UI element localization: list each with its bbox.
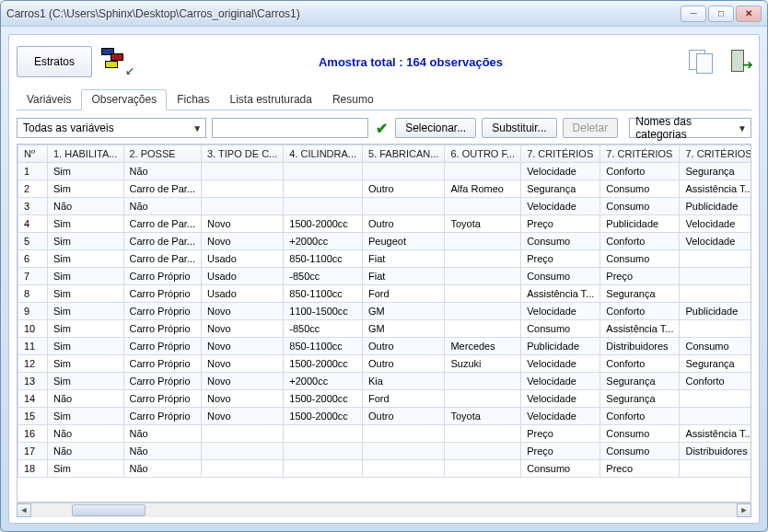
data-cell[interactable]: Kia <box>363 373 445 390</box>
table-row[interactable]: 8SimCarro PróprioUsado850-1100ccFordAssi… <box>18 285 752 303</box>
data-cell[interactable] <box>363 163 445 180</box>
data-cell[interactable]: Consumo <box>521 233 600 250</box>
data-cell[interactable]: Conforto <box>600 355 680 373</box>
data-cell[interactable]: Não <box>48 425 124 443</box>
data-cell[interactable]: Novo <box>202 320 284 338</box>
data-cell[interactable]: Sim <box>48 180 124 198</box>
data-cell[interactable]: Preço <box>600 268 680 285</box>
data-cell[interactable]: 1500-2000cc <box>284 215 363 233</box>
data-cell[interactable]: 1500-2000cc <box>284 408 363 425</box>
data-cell[interactable] <box>284 425 363 443</box>
table-row[interactable]: 14NãoCarro PróprioNovo1500-2000ccFordVel… <box>18 390 752 408</box>
data-cell[interactable]: Assistência T... <box>680 425 751 443</box>
data-cell[interactable] <box>202 198 284 215</box>
data-cell[interactable]: Conforto <box>600 408 680 425</box>
table-row[interactable]: 3NãoNãoVelocidadeConsumoPublicidadeBe <box>18 198 752 215</box>
estratos-button[interactable]: Estratos <box>17 46 92 77</box>
column-header[interactable]: 2. POSSE <box>123 145 202 163</box>
data-cell[interactable]: Carro Próprio <box>123 373 202 390</box>
data-cell[interactable]: Não <box>123 425 202 443</box>
data-cell[interactable]: Conforto <box>600 303 680 320</box>
data-cell[interactable]: Sim <box>48 285 124 303</box>
data-cell[interactable] <box>680 285 751 303</box>
data-cell[interactable]: Publicidade <box>521 338 600 355</box>
data-cell[interactable]: Assistência T... <box>600 320 680 338</box>
data-cell[interactable]: Novo <box>202 338 284 355</box>
column-header[interactable]: 5. FABRICAN... <box>363 145 445 163</box>
data-grid[interactable]: Nº1. HABILITA...2. POSSE3. TIPO DE C...4… <box>17 144 751 503</box>
data-cell[interactable]: Consumo <box>600 425 680 443</box>
data-cell[interactable]: Outro <box>363 180 445 198</box>
data-cell[interactable]: Não <box>123 198 202 215</box>
data-cell[interactable]: Sim <box>48 355 124 373</box>
data-cell[interactable]: Alfa Romeo <box>445 180 521 198</box>
data-cell[interactable]: Carro de Par... <box>123 233 202 250</box>
table-row[interactable]: 7SimCarro PróprioUsado-850ccFiatConsumoP… <box>18 268 752 285</box>
data-cell[interactable]: Velocidade <box>521 408 600 425</box>
data-cell[interactable]: Carro Próprio <box>123 338 202 355</box>
data-cell[interactable]: Novo <box>202 408 284 425</box>
data-cell[interactable]: Carro de Par... <box>123 215 202 233</box>
data-cell[interactable] <box>202 425 284 443</box>
exit-icon[interactable]: ➔ <box>727 48 751 75</box>
data-cell[interactable]: 850-1100cc <box>284 250 363 268</box>
table-row[interactable]: 12SimCarro PróprioNovo1500-2000ccOutroSu… <box>18 355 752 373</box>
data-cell[interactable]: Segurança <box>521 180 600 198</box>
data-cell[interactable]: Distribuidores <box>600 338 680 355</box>
data-cell[interactable]: Velocidade <box>521 163 600 180</box>
data-cell[interactable]: Sim <box>48 163 124 180</box>
data-cell[interactable] <box>202 443 284 460</box>
data-cell[interactable]: Outro <box>363 338 445 355</box>
data-cell[interactable]: Outro <box>363 215 445 233</box>
tab-lista-estruturada[interactable]: Lista estruturada <box>220 89 322 110</box>
data-cell[interactable]: Toyota <box>445 215 521 233</box>
data-cell[interactable] <box>445 425 521 443</box>
replace-button[interactable]: Substituir... <box>482 118 556 138</box>
data-cell[interactable]: Sim <box>48 233 124 250</box>
data-cell[interactable]: Velocidade <box>521 198 600 215</box>
data-cell[interactable] <box>445 198 521 215</box>
data-cell[interactable] <box>445 233 521 250</box>
data-cell[interactable]: Consumo <box>521 460 600 478</box>
maximize-button[interactable]: □ <box>708 6 734 22</box>
column-header[interactable]: Nº <box>18 145 48 163</box>
data-cell[interactable]: Sim <box>48 338 124 355</box>
table-row[interactable]: 10SimCarro PróprioNovo-850ccGMConsumoAss… <box>18 320 752 338</box>
tab-resumo[interactable]: Resumo <box>322 89 384 110</box>
data-cell[interactable]: Carro de Par... <box>123 250 202 268</box>
data-cell[interactable] <box>680 250 751 268</box>
apply-search-icon[interactable]: ✔ <box>374 120 390 137</box>
data-cell[interactable]: Conforto <box>600 233 680 250</box>
data-cell[interactable]: Peugeot <box>363 233 445 250</box>
data-cell[interactable]: Preço <box>521 250 600 268</box>
data-cell[interactable]: Toyota <box>445 408 521 425</box>
table-row[interactable]: 1SimNãoVelocidadeConfortoSegurançaPo <box>18 163 752 180</box>
column-header[interactable]: 3. TIPO DE C... <box>202 145 284 163</box>
data-cell[interactable]: Segurança <box>680 355 751 373</box>
data-cell[interactable]: -850cc <box>284 320 363 338</box>
table-row[interactable]: 6SimCarro de Par...Usado850-1100ccFiatPr… <box>18 250 752 268</box>
data-cell[interactable]: Carro Próprio <box>123 285 202 303</box>
data-cell[interactable] <box>445 320 521 338</box>
data-cell[interactable]: Carro Próprio <box>123 408 202 425</box>
data-cell[interactable]: Outro <box>363 355 445 373</box>
data-cell[interactable]: Sim <box>48 250 124 268</box>
data-cell[interactable]: -850cc <box>284 268 363 285</box>
data-cell[interactable]: 1500-2000cc <box>284 355 363 373</box>
search-input[interactable] <box>212 118 368 138</box>
data-cell[interactable]: Velocidade <box>521 303 600 320</box>
data-cell[interactable]: Segurança <box>600 373 680 390</box>
data-cell[interactable]: Usado <box>202 285 284 303</box>
data-cell[interactable]: GM <box>363 303 445 320</box>
table-row[interactable]: 13SimCarro PróprioNovo+2000ccKiaVelocida… <box>18 373 752 390</box>
data-cell[interactable]: Sim <box>48 320 124 338</box>
data-cell[interactable]: Consumo <box>600 180 680 198</box>
data-cell[interactable]: Preco <box>600 460 680 478</box>
data-cell[interactable] <box>445 268 521 285</box>
data-cell[interactable] <box>284 198 363 215</box>
data-cell[interactable] <box>445 250 521 268</box>
data-cell[interactable] <box>680 320 751 338</box>
data-cell[interactable] <box>445 285 521 303</box>
data-cell[interactable]: Novo <box>202 355 284 373</box>
data-cell[interactable]: Usado <box>202 268 284 285</box>
